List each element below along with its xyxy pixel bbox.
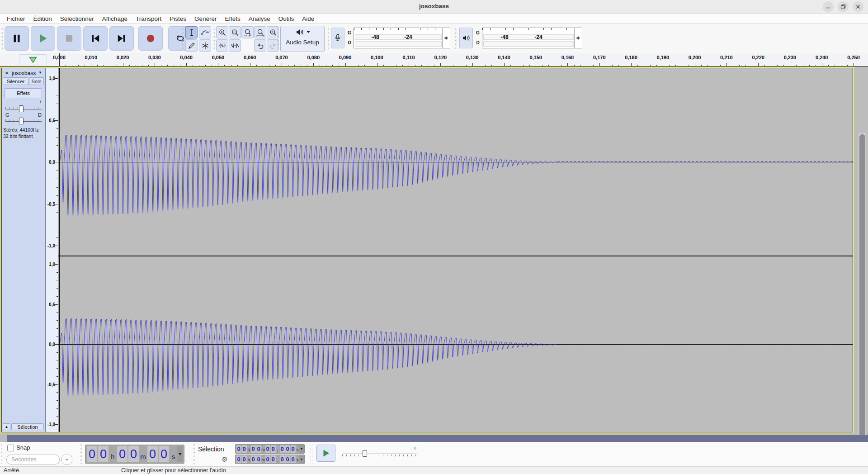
- play-at-speed-button[interactable]: [316, 445, 335, 462]
- toolbar-grip[interactable]: [0, 27, 3, 50]
- draw-tool-button[interactable]: [185, 39, 198, 52]
- selection-tool-button[interactable]: [185, 26, 198, 38]
- zoom-selection-button[interactable]: [241, 26, 254, 38]
- selection-start-digit[interactable]: 0: [280, 445, 285, 453]
- selection-end-digit[interactable]: 0: [285, 455, 290, 463]
- selection-start-digit[interactable]: 0: [285, 445, 290, 453]
- selection-start-dropdown[interactable]: ▼: [299, 445, 304, 453]
- track-josoxbass[interactable]: ✕ josoxbass ▼ Silencer Solo Effets − + G…: [1, 68, 853, 432]
- toolbar-grip[interactable]: [80, 444, 82, 464]
- zoom-out-button[interactable]: [229, 26, 241, 38]
- toolbar-grip[interactable]: [193, 444, 195, 464]
- toolbar-grip[interactable]: [326, 27, 329, 50]
- timeline-options-button[interactable]: [19, 54, 47, 65]
- audio-position-dropdown[interactable]: ▼: [177, 446, 183, 462]
- snap-format-chevron[interactable]: [61, 455, 72, 465]
- toolbar-grip[interactable]: [182, 27, 184, 50]
- selection-start-digit[interactable]: 0: [291, 445, 296, 453]
- zoom-in-button[interactable]: [216, 26, 228, 38]
- vertical-ruler[interactable]: 1,00,50,0-0,5-1,01,00,50,0-0,5-1,0: [46, 68, 58, 432]
- track-area[interactable]: ✕ josoxbass ▼ Silencer Solo Effets − + G…: [0, 66, 868, 435]
- selection-end-digit[interactable]: 0: [256, 455, 261, 463]
- collapse-track-button[interactable]: ▲: [3, 423, 10, 430]
- selection-end-dropdown[interactable]: ▼: [299, 455, 304, 463]
- restore-button[interactable]: [838, 1, 849, 12]
- menu-effets[interactable]: Effets: [221, 15, 244, 22]
- envelope-tool-button[interactable]: [199, 26, 211, 38]
- toolbar-grip[interactable]: [277, 27, 279, 50]
- menu-fichier[interactable]: Fichier: [3, 15, 29, 22]
- audio-position-digit[interactable]: 0: [147, 446, 158, 462]
- silence-audio-button[interactable]: [229, 39, 241, 52]
- selection-end-digit[interactable]: 0: [236, 455, 241, 463]
- gain-slider[interactable]: [5, 109, 42, 109]
- selection-start-field[interactable]: 00h00m00,000s▼: [235, 444, 305, 454]
- menu-dition[interactable]: Édition: [29, 15, 56, 22]
- waveform-channel-right[interactable]: [58, 256, 853, 432]
- menu-outils[interactable]: Outils: [274, 15, 298, 22]
- timeline-ruler[interactable]: 0,0000,0100,0200,0300,0400,0500,0600,070…: [48, 53, 868, 66]
- audio-position-digit[interactable]: 0: [128, 446, 139, 462]
- horizontal-scrollbar[interactable]: [0, 435, 868, 442]
- selection-end-digit[interactable]: 0: [280, 455, 285, 463]
- selection-end-digit[interactable]: 0: [265, 455, 270, 463]
- solo-button[interactable]: Solo: [29, 77, 44, 85]
- stop-button[interactable]: [57, 26, 81, 51]
- selection-start-digit[interactable]: 0: [271, 445, 276, 453]
- record-button[interactable]: [138, 26, 163, 51]
- minimize-button[interactable]: [823, 1, 834, 12]
- pause-button[interactable]: [5, 26, 29, 51]
- selection-settings-button[interactable]: ⚙: [220, 455, 230, 464]
- skip-to-start-button[interactable]: [83, 26, 108, 51]
- effects-button[interactable]: Effets: [5, 88, 42, 98]
- pan-slider[interactable]: [5, 121, 42, 122]
- multi-tool-button[interactable]: [199, 39, 211, 52]
- track-name[interactable]: josoxbass: [12, 70, 36, 76]
- selection-start-digit[interactable]: 0: [236, 445, 241, 453]
- vertical-scrollbar[interactable]: [859, 133, 866, 474]
- selection-end-digit[interactable]: 0: [271, 455, 276, 463]
- record-meter[interactable]: -48-24: [354, 28, 450, 48]
- snap-checkbox[interactable]: [7, 445, 14, 451]
- fit-project-button[interactable]: [254, 26, 266, 38]
- selection-start-digit[interactable]: 0: [251, 445, 256, 453]
- menu-pistes[interactable]: Pistes: [165, 15, 190, 22]
- audio-position-digit[interactable]: 0: [159, 446, 169, 462]
- mute-button[interactable]: Silencer: [3, 77, 28, 85]
- toolbar-grip[interactable]: [212, 27, 215, 50]
- waveform-channel-left[interactable]: [58, 68, 853, 256]
- selection-start-digit[interactable]: 0: [265, 445, 270, 453]
- menu-gnrer[interactable]: Générer: [190, 15, 221, 22]
- speed-slider[interactable]: [342, 454, 417, 454]
- audio-position-digit[interactable]: 0: [98, 446, 108, 462]
- toolbar-grip[interactable]: [310, 444, 313, 464]
- menu-analyse[interactable]: Analyse: [245, 15, 274, 22]
- audio-position-display[interactable]: 00h00m00s▼: [85, 445, 184, 464]
- undo-button[interactable]: [254, 39, 266, 52]
- gain-slider-thumb[interactable]: [19, 105, 24, 112]
- selection-start-digit[interactable]: 0: [256, 445, 261, 453]
- speed-slider-thumb[interactable]: [363, 450, 367, 457]
- record-meter-button[interactable]: [331, 28, 344, 48]
- menu-transport[interactable]: Transport: [132, 15, 165, 22]
- menu-affichage[interactable]: Affichage: [98, 15, 132, 22]
- track-select-button[interactable]: Sélection: [11, 423, 44, 430]
- selection-end-digit[interactable]: 0: [291, 455, 296, 463]
- skip-to-end-button[interactable]: [109, 26, 134, 51]
- play-button[interactable]: [31, 26, 55, 51]
- selection-end-digit[interactable]: 0: [242, 455, 247, 463]
- audio-setup-button[interactable]: Audio Setup: [280, 26, 325, 52]
- toolbar-grip[interactable]: [1, 444, 4, 464]
- pan-slider-thumb[interactable]: [19, 118, 24, 124]
- menu-aide[interactable]: Aide: [298, 15, 318, 22]
- selection-end-field[interactable]: 00h00m00,000s▼: [235, 455, 305, 464]
- track-menu-icon[interactable]: ▼: [38, 71, 42, 75]
- waveform-display[interactable]: [58, 68, 853, 432]
- trim-audio-button[interactable]: [216, 39, 228, 52]
- toolbar-grip[interactable]: [455, 27, 458, 50]
- playback-meter[interactable]: -48-24: [482, 28, 582, 48]
- close-button[interactable]: [853, 1, 863, 12]
- menu-slectionner[interactable]: Sélectionner: [56, 15, 98, 22]
- selection-start-digit[interactable]: 0: [242, 445, 247, 453]
- playback-meter-button[interactable]: [459, 28, 473, 48]
